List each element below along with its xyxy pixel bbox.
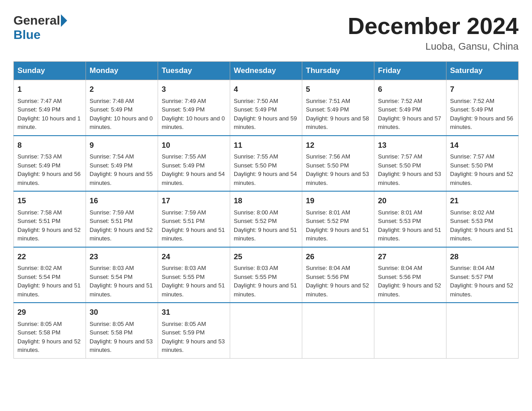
logo-blue-text: Blue — [13, 28, 41, 42]
day-number: 7 — [450, 84, 515, 95]
day-number: 15 — [17, 195, 82, 207]
calendar-cell — [230, 303, 302, 358]
title-block: December 2024 Luoba, Gansu, China — [348, 13, 519, 52]
page-header: General Blue December 2024 Luoba, Gansu,… — [13, 13, 519, 52]
day-number: 1 — [17, 84, 82, 95]
calendar-table: SundayMondayTuesdayWednesdayThursdayFrid… — [13, 61, 519, 359]
calendar-header-saturday: Saturday — [446, 62, 519, 80]
calendar-week-row: 8Sunrise: 7:53 AMSunset: 5:49 PMDaylight… — [14, 136, 519, 192]
calendar-cell: 31Sunrise: 8:05 AMSunset: 5:59 PMDayligh… — [158, 303, 230, 358]
calendar-cell: 26Sunrise: 8:04 AMSunset: 5:56 PMDayligh… — [302, 247, 374, 303]
day-number: 30 — [90, 307, 154, 318]
logo-arrow-icon — [61, 14, 67, 27]
calendar-cell — [374, 303, 446, 358]
calendar-cell: 12Sunrise: 7:56 AMSunset: 5:50 PMDayligh… — [302, 136, 374, 192]
calendar-cell: 30Sunrise: 8:05 AMSunset: 5:58 PMDayligh… — [86, 303, 158, 358]
calendar-cell: 6Sunrise: 7:52 AMSunset: 5:49 PMDaylight… — [374, 80, 446, 136]
calendar-cell: 16Sunrise: 7:59 AMSunset: 5:51 PMDayligh… — [86, 191, 158, 247]
calendar-cell: 5Sunrise: 7:51 AMSunset: 5:49 PMDaylight… — [302, 80, 374, 136]
calendar-cell: 1Sunrise: 7:47 AMSunset: 5:49 PMDaylight… — [14, 80, 86, 136]
calendar-cell: 3Sunrise: 7:49 AMSunset: 5:49 PMDaylight… — [158, 80, 230, 136]
calendar-cell: 10Sunrise: 7:55 AMSunset: 5:49 PMDayligh… — [158, 136, 230, 192]
calendar-cell: 29Sunrise: 8:05 AMSunset: 5:58 PMDayligh… — [14, 303, 86, 358]
calendar-cell: 11Sunrise: 7:55 AMSunset: 5:50 PMDayligh… — [230, 136, 302, 192]
day-number: 25 — [234, 251, 298, 263]
calendar-cell: 21Sunrise: 8:02 AMSunset: 5:53 PMDayligh… — [446, 191, 519, 247]
calendar-header-row: SundayMondayTuesdayWednesdayThursdayFrid… — [14, 62, 519, 80]
calendar-header-friday: Friday — [374, 62, 446, 80]
day-number: 24 — [162, 251, 226, 263]
calendar-header-tuesday: Tuesday — [158, 62, 230, 80]
calendar-cell — [302, 303, 374, 358]
calendar-week-row: 15Sunrise: 7:58 AMSunset: 5:51 PMDayligh… — [14, 191, 519, 247]
calendar-cell: 13Sunrise: 7:57 AMSunset: 5:50 PMDayligh… — [374, 136, 446, 192]
calendar-cell: 18Sunrise: 8:00 AMSunset: 5:52 PMDayligh… — [230, 191, 302, 247]
day-number: 3 — [162, 84, 226, 95]
calendar-cell: 14Sunrise: 7:57 AMSunset: 5:50 PMDayligh… — [446, 136, 519, 192]
calendar-cell: 2Sunrise: 7:48 AMSunset: 5:49 PMDaylight… — [86, 80, 158, 136]
calendar-cell: 8Sunrise: 7:53 AMSunset: 5:49 PMDaylight… — [14, 136, 86, 192]
day-number: 26 — [306, 251, 370, 263]
day-number: 2 — [90, 84, 154, 95]
calendar-cell: 17Sunrise: 7:59 AMSunset: 5:51 PMDayligh… — [158, 191, 230, 247]
calendar-header-monday: Monday — [86, 62, 158, 80]
calendar-cell: 23Sunrise: 8:03 AMSunset: 5:54 PMDayligh… — [86, 247, 158, 303]
calendar-cell: 27Sunrise: 8:04 AMSunset: 5:56 PMDayligh… — [374, 247, 446, 303]
day-number: 27 — [378, 251, 442, 263]
calendar-cell: 19Sunrise: 8:01 AMSunset: 5:52 PMDayligh… — [302, 191, 374, 247]
day-number: 8 — [17, 140, 82, 151]
day-number: 28 — [450, 251, 515, 263]
day-number: 6 — [378, 84, 442, 95]
calendar-week-row: 1Sunrise: 7:47 AMSunset: 5:49 PMDaylight… — [14, 80, 519, 136]
calendar-cell: 4Sunrise: 7:50 AMSunset: 5:49 PMDaylight… — [230, 80, 302, 136]
day-number: 18 — [234, 195, 298, 207]
calendar-week-row: 29Sunrise: 8:05 AMSunset: 5:58 PMDayligh… — [14, 303, 519, 358]
calendar-cell: 15Sunrise: 7:58 AMSunset: 5:51 PMDayligh… — [14, 191, 86, 247]
day-number: 9 — [90, 140, 154, 151]
day-number: 22 — [17, 251, 82, 263]
day-number: 11 — [234, 140, 298, 151]
day-number: 21 — [450, 195, 515, 207]
calendar-cell — [446, 303, 519, 358]
calendar-cell: 9Sunrise: 7:54 AMSunset: 5:49 PMDaylight… — [86, 136, 158, 192]
logo: General Blue — [13, 13, 68, 42]
day-number: 23 — [90, 251, 154, 263]
calendar-cell: 7Sunrise: 7:52 AMSunset: 5:49 PMDaylight… — [446, 80, 519, 136]
calendar-cell: 28Sunrise: 8:04 AMSunset: 5:57 PMDayligh… — [446, 247, 519, 303]
day-number: 29 — [17, 307, 82, 318]
day-number: 10 — [162, 140, 226, 151]
calendar-header-sunday: Sunday — [14, 62, 86, 80]
calendar-cell: 20Sunrise: 8:01 AMSunset: 5:53 PMDayligh… — [374, 191, 446, 247]
day-number: 17 — [162, 195, 226, 207]
day-number: 5 — [306, 84, 370, 95]
day-number: 4 — [234, 84, 298, 95]
calendar-cell: 24Sunrise: 8:03 AMSunset: 5:55 PMDayligh… — [158, 247, 230, 303]
day-number: 31 — [162, 307, 226, 318]
calendar-cell: 22Sunrise: 8:02 AMSunset: 5:54 PMDayligh… — [14, 247, 86, 303]
day-number: 16 — [90, 195, 154, 207]
location-text: Luoba, Gansu, China — [348, 41, 519, 52]
calendar-header-thursday: Thursday — [302, 62, 374, 80]
day-number: 20 — [378, 195, 442, 207]
calendar-week-row: 22Sunrise: 8:02 AMSunset: 5:54 PMDayligh… — [14, 247, 519, 303]
day-number: 12 — [306, 140, 370, 151]
day-number: 13 — [378, 140, 442, 151]
calendar-header-wednesday: Wednesday — [230, 62, 302, 80]
day-number: 19 — [306, 195, 370, 207]
logo-general-text: General — [13, 13, 60, 28]
month-title: December 2024 — [348, 13, 519, 39]
calendar-cell: 25Sunrise: 8:03 AMSunset: 5:55 PMDayligh… — [230, 247, 302, 303]
day-number: 14 — [450, 140, 515, 151]
